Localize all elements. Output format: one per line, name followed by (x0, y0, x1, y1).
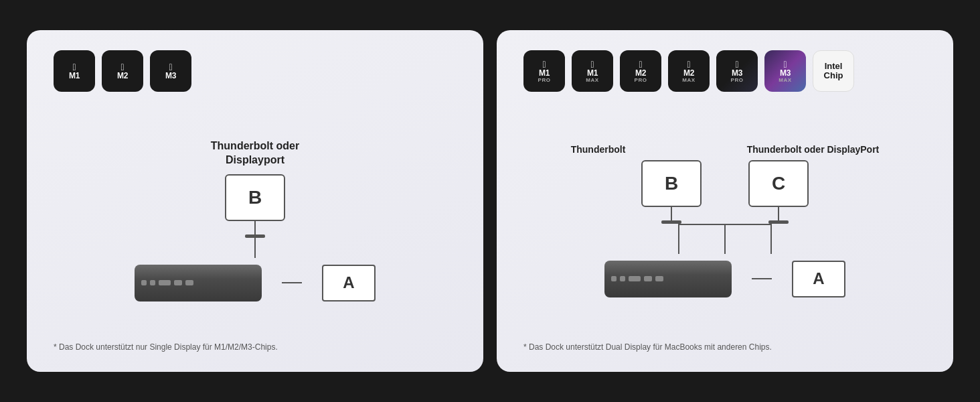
apple-icon-m1-pro:  (542, 60, 546, 69)
chip-m1-max:  M1 MAX (572, 50, 613, 92)
center-drop (724, 224, 726, 254)
dock-port-r1 (611, 276, 617, 281)
dock-port-4 (174, 280, 182, 285)
panels-container:  M1  M2  M3 Thunderbolt oderDisplaypo… (0, 0, 980, 402)
chip-m2:  M2 (102, 50, 143, 92)
dock-port-2 (150, 280, 155, 285)
chip-intel: IntelChip (813, 50, 854, 92)
display-label: Thunderbolt oderDisplayport (211, 139, 299, 168)
line-b-to-dock (254, 238, 256, 258)
monitor-b-unit: B (225, 174, 285, 238)
diagram-single: Thunderbolt oderDisplayport B (54, 105, 457, 336)
footnote-left: * Das Dock unterstützt nur Single Displa… (54, 336, 457, 352)
apple-icon-m3-pro:  (735, 60, 738, 69)
dock-device-right (604, 261, 732, 297)
chip-sub-m1-max: MAX (586, 77, 598, 83)
chip-name-m3-pro: M3 (732, 69, 742, 77)
chip-sub-m1-pro: PRO (538, 77, 551, 83)
monitor-b-unit-dual: B (641, 160, 702, 224)
monitor-b-box: B (225, 174, 285, 221)
monitor-c-box-dual: C (748, 160, 809, 207)
chip-m3-pro:  M3 PRO (716, 50, 758, 92)
apple-icon-m1-max:  (590, 60, 594, 69)
chip-name-m2-pro: M2 (635, 69, 646, 77)
chip-m2-pro:  M2 PRO (620, 50, 661, 92)
chip-m2-max:  M2 MAX (668, 50, 710, 92)
chip-m3:  M3 (150, 50, 191, 92)
dock-port-r2 (620, 276, 625, 281)
diagram-dual: Thunderbolt Thunderbolt oder DisplayPort… (523, 105, 926, 336)
monitor-c-stand-dual (778, 207, 779, 220)
apple-icon-m3-max:  (783, 60, 787, 69)
chip-m1:  M1 (54, 50, 95, 92)
chip-m1-pro:  M1 PRO (523, 50, 565, 92)
dock-port-1 (141, 280, 147, 285)
panel-dual-display:  M1 PRO  M1 MAX  M2 PRO  M2 MAX (497, 30, 953, 372)
chip-sub-m2-max: MAX (682, 77, 695, 83)
chip-name-m1-max: M1 (587, 69, 598, 77)
dock-port-r4 (644, 276, 652, 281)
bottom-row-dual: A (604, 261, 845, 297)
dock-port-r5 (655, 276, 663, 281)
chips-row-right:  M1 PRO  M1 MAX  M2 PRO  M2 MAX (523, 50, 926, 92)
monitor-c-unit-dual: C (748, 160, 809, 224)
bottom-row-single: A (135, 265, 376, 302)
apple-icon-m2-pro:  (639, 60, 642, 69)
apple-icon-m2-max:  (687, 60, 690, 69)
laptop-a-box-right: A (792, 261, 845, 297)
chip-name-m3: M3 (165, 72, 176, 80)
footnote-right: * Das Dock unterstützt Dual Display für … (523, 336, 926, 352)
chip-name-m2-max: M2 (683, 69, 694, 77)
chip-name-m3-max: M3 (780, 69, 791, 77)
monitor-b-stand (254, 221, 256, 234)
apple-icon-m1:  (72, 62, 76, 72)
dock-device-left (135, 265, 262, 302)
dual-display-layout: Thunderbolt Thunderbolt oder DisplayPort… (523, 144, 926, 297)
monitor-b-stand-dual (671, 207, 672, 220)
monitor-b-box-dual: B (641, 160, 702, 207)
laptop-a-box-left: A (322, 265, 376, 302)
dock-port-5 (185, 280, 193, 285)
chip-name-m1: M1 (69, 72, 80, 80)
chip-sub-m3-max: MAX (779, 77, 791, 83)
chip-name-m2: M2 (117, 72, 128, 80)
left-drop (678, 224, 679, 254)
chips-row-left:  M1  M2  M3 (54, 50, 457, 92)
chip-sub-m2-pro: PRO (635, 77, 647, 83)
dual-labels-row: Thunderbolt Thunderbolt oder DisplayPort (523, 144, 926, 155)
label-c: Thunderbolt oder DisplayPort (747, 144, 880, 155)
panel-single-display:  M1  M2  M3 Thunderbolt oderDisplaypo… (27, 30, 483, 372)
monitors-row: B C (641, 160, 809, 224)
single-display-layout: Thunderbolt oderDisplayport B (54, 139, 457, 302)
label-b: Thunderbolt (571, 144, 626, 155)
apple-icon-m3:  (169, 62, 172, 72)
dock-port-3 (159, 280, 171, 285)
chip-m3-max:  M3 MAX (764, 50, 806, 92)
intel-text: IntelChip (824, 62, 843, 81)
dock-port-r3 (629, 276, 641, 281)
right-drop (770, 224, 772, 254)
line-dock-to-laptop-right (752, 278, 772, 279)
apple-icon-m2:  (120, 62, 124, 72)
chip-sub-m3-pro: PRO (731, 77, 744, 83)
t-connector-area (645, 224, 805, 254)
chip-name-m1-pro: M1 (539, 69, 550, 77)
line-dock-to-laptop (282, 282, 302, 283)
